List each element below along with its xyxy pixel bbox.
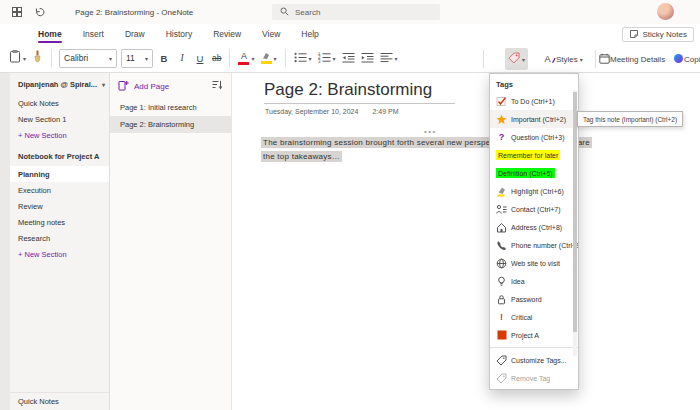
tab-view[interactable]: View — [260, 26, 282, 44]
tag-item-label: Highlight (Ctrl+6) — [511, 188, 564, 195]
tag-item-important[interactable]: Important (Ctrl+2) — [490, 110, 578, 128]
customize-tags-button[interactable]: Customize Tags... — [490, 351, 578, 369]
sticky-notes-icon — [629, 29, 639, 41]
tag-item-password[interactable]: Password — [490, 290, 578, 308]
tag-item-address[interactable]: Address (Ctrl+8) — [490, 218, 578, 236]
divider — [229, 49, 230, 67]
apps-grid-icon[interactable] — [12, 3, 22, 21]
tag-item-question[interactable]: ? Question (Ctrl+3) — [490, 128, 578, 146]
tab-help[interactable]: Help — [299, 26, 320, 44]
tag-item-label: Phone number (Ctrl+9) — [511, 242, 578, 249]
sidebar-item-review[interactable]: Review — [10, 198, 109, 214]
sticky-notes-button[interactable]: Sticky Notes — [622, 27, 694, 42]
font-size-select[interactable]: 11 ▾ — [121, 49, 153, 68]
chevron-down-icon: ▾ — [251, 55, 254, 62]
meeting-details-button[interactable]: Meeting Details — [596, 48, 668, 70]
sidebar-item-execution[interactable]: Execution — [10, 182, 109, 198]
sidebar-item-new-section-1[interactable]: New Section 1 — [10, 111, 109, 127]
notebook-switcher[interactable]: Dipanjenah @ Spiral... ▾ — [10, 73, 109, 95]
italic-button[interactable]: I — [173, 47, 191, 69]
paragraph-alignment-button[interactable]: ▾ — [377, 47, 401, 69]
customize-tags-icon — [496, 355, 507, 366]
tab-home[interactable]: Home — [36, 26, 64, 44]
selected-text-line-2[interactable]: the top takeaways… — [261, 151, 342, 162]
font-color-button[interactable]: A ▾ — [235, 47, 257, 69]
font-name-select[interactable]: Calibri ▾ — [59, 49, 117, 68]
numbered-list-icon: 123 — [318, 49, 331, 67]
page-title[interactable]: Page 2: Brainstorming — [264, 80, 432, 100]
remove-tag-icon — [496, 373, 507, 384]
tab-history[interactable]: History — [164, 26, 194, 44]
tab-insert[interactable]: Insert — [81, 26, 106, 44]
bullet-list-icon — [294, 49, 307, 67]
tab-review[interactable]: Review — [211, 26, 243, 44]
notebook-project-header[interactable]: Notebook for Project A — [10, 143, 109, 166]
tag-item-contact[interactable]: Contact (Ctrl+7) — [490, 200, 578, 218]
sort-pages-icon[interactable] — [212, 80, 223, 92]
tag-tooltip: Tag this note (Important) (Ctrl+2) — [577, 111, 683, 127]
note-container-handle[interactable]: ••• — [424, 127, 437, 136]
menu-separator — [490, 347, 578, 348]
tag-item-definition[interactable]: Definition (Ctrl+5) — [490, 164, 578, 182]
phone-icon — [496, 240, 507, 251]
paste-button[interactable]: ▾ — [6, 47, 29, 69]
tag-item-web-site[interactable]: Web site to visit — [490, 254, 578, 272]
page-list-item[interactable]: Page 1: Initial research — [110, 99, 231, 116]
tab-draw[interactable]: Draw — [123, 26, 147, 44]
ribbon-tab-bar: Home Insert Draw History Review View Hel… — [0, 24, 700, 44]
bullet-list-button[interactable]: ▾ — [291, 47, 315, 69]
text-highlight-button[interactable]: ▾ — [258, 47, 280, 69]
page-list-item-selected[interactable]: Page 2: Brainstorming — [110, 116, 231, 133]
tag-item-idea[interactable]: Idea — [490, 272, 578, 290]
numbered-list-button[interactable]: 123 ▾ — [315, 47, 339, 69]
calendar-icon — [599, 50, 610, 68]
add-page-button[interactable]: Add Page — [110, 73, 231, 99]
project-square-icon — [496, 330, 507, 341]
quick-notes-footer[interactable]: Quick Notes — [10, 392, 109, 410]
tag-item-highlight[interactable]: Highlight (Ctrl+6) — [490, 182, 578, 200]
font-name-value: Calibri — [64, 53, 88, 63]
tags-menu-scrollbar[interactable] — [573, 90, 577, 356]
user-avatar[interactable] — [657, 3, 674, 20]
tag-item-remember-for-later[interactable]: Remember for later — [490, 146, 578, 164]
sidebar-item-planning[interactable]: Planning — [10, 166, 109, 182]
search-input[interactable]: Search — [272, 4, 440, 20]
tag-item-label: Idea — [511, 278, 525, 285]
styles-button[interactable]: A Styles ▾ — [541, 48, 586, 70]
decrease-indent-icon — [342, 49, 355, 67]
chevron-down-icon: ▾ — [522, 56, 525, 63]
chevron-down-icon: ▾ — [23, 55, 26, 62]
text-highlight-icon — [261, 52, 272, 64]
copilot-button[interactable]: Copilot — [670, 48, 700, 70]
scrollbar-thumb[interactable] — [573, 92, 577, 332]
tag-item-to-do[interactable]: To Do (Ctrl+1) — [490, 92, 578, 110]
title-underline — [264, 103, 455, 104]
underline-button[interactable]: U — [191, 47, 209, 69]
notebook-sidebar: Dipanjenah @ Spiral... ▾ Quick Notes New… — [10, 73, 110, 410]
add-section-button-bottom[interactable]: + New Section — [10, 246, 109, 262]
bold-button[interactable]: B — [155, 47, 173, 69]
sidebar-item-quick-notes[interactable]: Quick Notes — [10, 95, 109, 111]
password-lock-icon — [496, 294, 507, 305]
decrease-indent-button[interactable] — [339, 47, 358, 69]
sidebar-item-research[interactable]: Research — [10, 230, 109, 246]
sidebar-item-meeting-notes[interactable]: Meeting notes — [10, 214, 109, 230]
styles-icon: A — [544, 50, 556, 68]
tag-item-critical[interactable]: ! Critical — [490, 308, 578, 326]
critical-exclamation-icon: ! — [496, 312, 507, 323]
strikethrough-button[interactable]: ab — [209, 47, 224, 69]
tag-item-project-a[interactable]: Project A — [490, 326, 578, 344]
undo-icon[interactable] — [34, 3, 45, 21]
add-section-button-top[interactable]: + New Section — [10, 127, 109, 143]
paragraph-alignment-icon — [380, 49, 393, 67]
search-icon — [280, 7, 289, 18]
divider — [51, 49, 52, 67]
format-painter-button[interactable] — [29, 47, 46, 69]
increase-indent-button[interactable] — [358, 47, 377, 69]
tag-button[interactable]: ▾ — [505, 48, 528, 70]
tag-item-phone-number[interactable]: Phone number (Ctrl+9) — [490, 236, 578, 254]
tag-item-label: Contact (Ctrl+7) — [511, 206, 561, 213]
tag-item-label: Project A — [511, 332, 539, 339]
highlighter-icon — [496, 186, 507, 197]
address-house-icon — [496, 222, 507, 233]
